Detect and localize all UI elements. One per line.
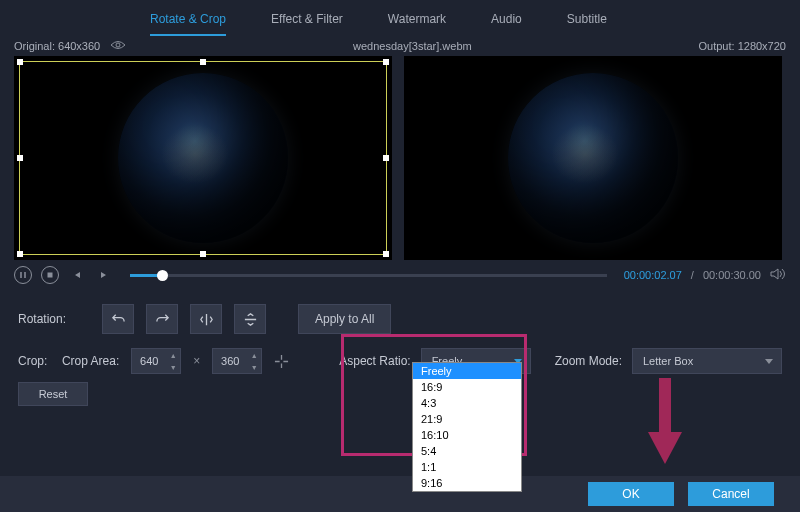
current-time: 00:00:02.07 xyxy=(624,269,682,281)
ok-button[interactable]: OK xyxy=(588,482,674,506)
crop-outline[interactable] xyxy=(19,61,387,255)
prev-frame-button[interactable] xyxy=(68,266,86,284)
aspect-option[interactable]: 9:16 xyxy=(413,475,521,491)
flip-horizontal-button[interactable] xyxy=(190,304,222,334)
crop-handle[interactable] xyxy=(383,59,389,65)
crop-handle[interactable] xyxy=(200,251,206,257)
tab-rotate-crop[interactable]: Rotate & Crop xyxy=(150,8,226,36)
stop-button[interactable] xyxy=(41,266,59,284)
step-up-icon[interactable]: ▲ xyxy=(247,349,261,361)
step-down-icon[interactable]: ▼ xyxy=(247,361,261,373)
rotate-cw-button[interactable] xyxy=(146,304,178,334)
aspect-ratio-label: Aspect Ratio: xyxy=(339,354,410,368)
crop-height-input[interactable]: ▲▼ xyxy=(212,348,262,374)
svg-rect-1 xyxy=(48,273,53,278)
preview-area xyxy=(0,56,800,260)
crop-handle[interactable] xyxy=(17,155,23,161)
output-dimensions: Output: 1280x720 xyxy=(699,40,786,52)
duration: 00:00:30.00 xyxy=(703,269,761,281)
zoom-mode-select[interactable]: Letter Box xyxy=(632,348,782,374)
pause-button[interactable] xyxy=(14,266,32,284)
crop-handle[interactable] xyxy=(383,251,389,257)
seek-thumb[interactable] xyxy=(157,270,168,281)
center-crop-button[interactable] xyxy=(274,346,289,376)
eye-icon[interactable] xyxy=(110,40,126,52)
reset-button[interactable]: Reset xyxy=(18,382,88,406)
tab-bar: Rotate & Crop Effect & Filter Watermark … xyxy=(0,0,800,36)
aspect-option[interactable]: 1:1 xyxy=(413,459,521,475)
crop-height-field[interactable] xyxy=(213,355,247,367)
seek-track[interactable] xyxy=(130,274,607,277)
info-bar: Original: 640x360 wednesday[3star].webm … xyxy=(0,36,800,56)
aspect-option[interactable]: 16:10 xyxy=(413,427,521,443)
rotate-ccw-button[interactable] xyxy=(102,304,134,334)
filename: wednesday[3star].webm xyxy=(353,40,472,52)
output-preview xyxy=(404,56,782,260)
crop-handle[interactable] xyxy=(17,59,23,65)
aspect-option[interactable]: 5:4 xyxy=(413,443,521,459)
rotation-label: Rotation: xyxy=(18,312,90,326)
playbar: 00:00:02.07/00:00:30.00 xyxy=(0,260,800,290)
original-preview[interactable] xyxy=(14,56,392,260)
aspect-option[interactable]: 16:9 xyxy=(413,379,521,395)
original-dimensions: Original: 640x360 xyxy=(14,40,100,52)
aspect-ratio-dropdown[interactable]: Freely 16:9 4:3 21:9 16:10 5:4 1:1 9:16 xyxy=(412,362,522,492)
aspect-option[interactable]: 21:9 xyxy=(413,411,521,427)
cancel-button[interactable]: Cancel xyxy=(688,482,774,506)
chevron-down-icon xyxy=(765,359,773,364)
controls-panel: Rotation: Apply to All Crop: Crop Area: … xyxy=(0,290,800,416)
tab-effect-filter[interactable]: Effect & Filter xyxy=(271,8,343,36)
footer: OK Cancel xyxy=(0,476,800,512)
crop-handle[interactable] xyxy=(383,155,389,161)
step-up-icon[interactable]: ▲ xyxy=(166,349,180,361)
tab-watermark[interactable]: Watermark xyxy=(388,8,446,36)
dimension-separator: × xyxy=(193,354,200,368)
crop-label: Crop: xyxy=(18,354,50,368)
tab-audio[interactable]: Audio xyxy=(491,8,522,36)
crop-area-label: Crop Area: xyxy=(62,354,119,368)
aspect-option[interactable]: 4:3 xyxy=(413,395,521,411)
volume-icon[interactable] xyxy=(770,267,786,284)
crop-width-field[interactable] xyxy=(132,355,166,367)
video-frame xyxy=(508,73,678,243)
tab-subtitle[interactable]: Subtitle xyxy=(567,8,607,36)
zoom-mode-value: Letter Box xyxy=(643,355,693,367)
aspect-option[interactable]: Freely xyxy=(413,363,521,379)
next-frame-button[interactable] xyxy=(95,266,113,284)
crop-width-input[interactable]: ▲▼ xyxy=(131,348,181,374)
crop-handle[interactable] xyxy=(200,59,206,65)
flip-vertical-button[interactable] xyxy=(234,304,266,334)
seek-fill xyxy=(130,274,160,277)
apply-to-all-button[interactable]: Apply to All xyxy=(298,304,391,334)
svg-point-0 xyxy=(116,43,120,47)
crop-handle[interactable] xyxy=(17,251,23,257)
zoom-mode-label: Zoom Mode: xyxy=(555,354,622,368)
time-sep: / xyxy=(691,269,694,281)
step-down-icon[interactable]: ▼ xyxy=(166,361,180,373)
